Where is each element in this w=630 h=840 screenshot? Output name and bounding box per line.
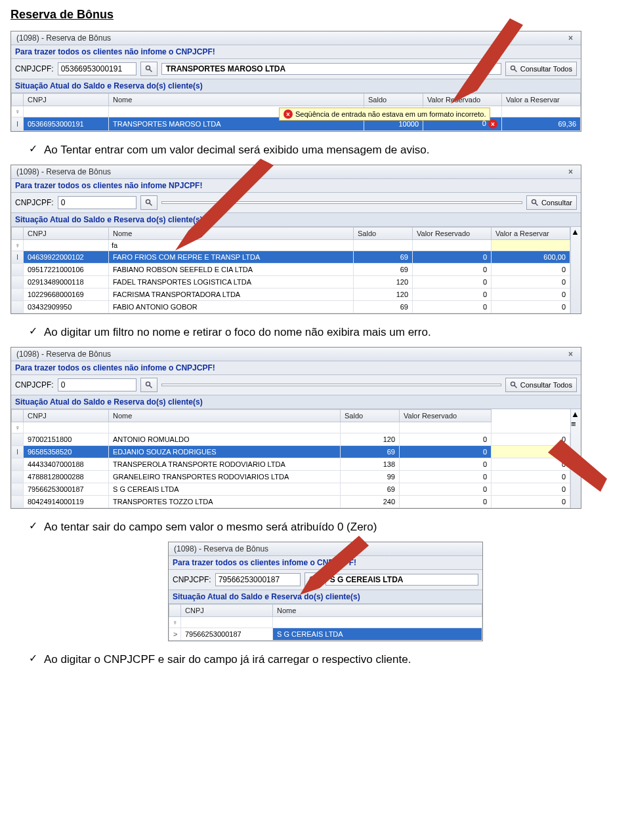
client-name-display — [161, 384, 501, 386]
col-cnpj[interactable]: CNPJ — [24, 410, 109, 422]
cell-vreservar[interactable]: 69,36 — [502, 117, 581, 131]
cell-vr[interactable] — [492, 446, 570, 458]
svg-line-11 — [149, 386, 152, 388]
filter-row[interactable]: ♀ — [169, 617, 482, 628]
table-row[interactable]: I96585358520EDJANIO SOUZA RODRIGUES690 — [12, 446, 570, 458]
cell-vr[interactable]: 0 — [492, 496, 570, 508]
col-vreservado[interactable]: Valor Reservado — [423, 94, 502, 106]
col-nome[interactable]: Nome — [109, 410, 341, 422]
bullet-1: ✓ Ao Tentar entrar com um valor decimal … — [29, 144, 606, 157]
section-header: Situação Atual do Saldo e Reserva do(s) … — [11, 213, 581, 227]
col-saldo[interactable]: Saldo — [354, 228, 413, 240]
error-icon: × — [488, 119, 497, 129]
cell-vr[interactable]: 0 — [492, 264, 570, 276]
cell-saldo: 120 — [354, 276, 413, 289]
table-row[interactable]: 09517221000106FABIANO ROBSON SEEFELD E C… — [12, 264, 570, 276]
grid: CNPJ Nome ♀ > 79566253000187 S G CEREAIS… — [169, 604, 482, 641]
col-saldo[interactable]: Saldo — [341, 410, 400, 422]
vertical-scrollbar[interactable]: ▲≡ — [570, 409, 581, 508]
filter-nome-input[interactable]: fa — [109, 240, 354, 251]
filter-row[interactable]: ♀ — [12, 422, 570, 433]
lookup-button[interactable] — [304, 572, 322, 587]
cell-vr[interactable]: 0 — [492, 433, 570, 446]
svg-point-15 — [310, 577, 314, 581]
col-cnpj[interactable]: CNPJ — [181, 605, 273, 617]
cell-cnpj: 03432909950 — [24, 301, 109, 313]
check-icon: ✓ — [29, 144, 37, 154]
col-vreservar[interactable]: Valor a Reservar — [502, 94, 581, 106]
cell-saldo: 69 — [354, 251, 413, 264]
col-cnpj[interactable]: CNPJ — [24, 228, 109, 240]
table-row[interactable]: 97002151800ANTONIO ROMUALDO12000 — [12, 433, 570, 446]
cell-vr[interactable]: 0 — [492, 471, 570, 483]
col-vreservado[interactable]: Valor Reservado — [413, 228, 492, 240]
table-row[interactable]: 44433407000188TRANSPEROLA TRANSPORTE ROD… — [12, 458, 570, 471]
table-row[interactable]: 10229668000169FACRISMA TRANSPORTADORA LT… — [12, 289, 570, 301]
cell-saldo: 69 — [341, 483, 400, 496]
consultar-todos-button[interactable]: Consultar Todos — [505, 62, 577, 76]
titlebar: (1098) - Reserva de Bônus × — [11, 348, 581, 361]
cell-vr[interactable]: 0 — [492, 301, 570, 313]
error-tooltip: × Seqüência de entrada não estava em um … — [279, 108, 490, 121]
cnpj-input[interactable] — [58, 378, 136, 391]
table-row[interactable]: I04639922000102FARO FRIOS COM REPRE E TR… — [12, 251, 570, 264]
cell-cnpj: 47888128000288 — [24, 471, 109, 483]
table-row[interactable]: 80424914000119TRANSPORTES TOZZO LTDA2400… — [12, 496, 570, 508]
cnpj-input[interactable] — [58, 62, 136, 75]
close-icon[interactable]: × — [566, 350, 576, 359]
col-nome[interactable]: Nome — [273, 605, 482, 617]
cell-vres: 0 — [400, 471, 492, 483]
consultar-button[interactable]: Consultar — [526, 195, 577, 210]
close-icon[interactable]: × — [566, 33, 576, 43]
bullet-2: ✓ Ao digitar um filtro no nome e retirar… — [29, 326, 606, 339]
col-cnpj[interactable]: CNPJ — [24, 94, 109, 106]
table-row[interactable]: 02913489000118FADEL TRANSPORTES LOGISTIC… — [12, 276, 570, 289]
consultar-todos-button[interactable]: Consultar Todos — [505, 378, 577, 392]
lookup-button[interactable] — [140, 62, 158, 76]
table-row[interactable]: 79566253000187S G CEREAIS LTDA6900 — [12, 483, 570, 496]
cell-vr[interactable]: 0 — [492, 458, 570, 471]
window-4: (1098) - Reserva de Bônus Para trazer to… — [168, 542, 483, 641]
instruction-bar: Para trazer todos os clientes não infome… — [11, 179, 581, 193]
col-nome[interactable]: Nome — [109, 228, 354, 240]
cell-nome: FARO FRIOS COM REPRE E TRANSP LTDA — [109, 251, 354, 264]
svg-point-5 — [146, 200, 150, 204]
cnpj-input[interactable] — [215, 573, 301, 586]
cnpj-input[interactable] — [58, 196, 136, 209]
search-icon — [309, 576, 317, 584]
close-icon[interactable]: × — [566, 167, 576, 176]
cell-nome: GRANELEIRO TRANSPORTES RODOVIARIOS LTDA — [109, 471, 341, 483]
cell-vr[interactable]: 0 — [492, 289, 570, 301]
cell-nome: TRANSPEROLA TRANSPORTE RODOVIARIO LTDA — [109, 458, 341, 471]
cell-cnpj: 10229668000169 — [24, 289, 109, 301]
col-saldo[interactable]: Saldo — [364, 94, 423, 106]
cell-nome: FABIANO ROBSON SEEFELD E CIA LTDA — [109, 264, 354, 276]
cell-cnpj: 05366953000191 — [24, 117, 109, 131]
table-row[interactable]: 03432909950FABIO ANTONIO GOBOR6900 — [12, 301, 570, 313]
lookup-button[interactable] — [140, 195, 158, 210]
search-icon — [145, 65, 153, 73]
col-vreservar[interactable]: Valor a Reservar — [492, 228, 570, 240]
cnpj-label: CNPJCPF: — [15, 380, 54, 390]
col-vreservado[interactable]: Valor Reservado — [400, 410, 492, 422]
cell-vr[interactable]: 0 — [492, 276, 570, 289]
search-icon — [145, 381, 153, 389]
cnpj-label: CNPJCPF: — [173, 575, 211, 584]
col-nome[interactable]: Nome — [109, 94, 364, 106]
lookup-button[interactable] — [140, 378, 158, 392]
window-2: (1098) - Reserva de Bônus × Para trazer … — [10, 165, 581, 314]
cell-vr[interactable]: 0 — [492, 483, 570, 496]
table-row[interactable]: > 79566253000187 S G CEREAIS LTDA — [169, 628, 482, 641]
svg-point-7 — [532, 200, 536, 204]
table-row[interactable]: 47888128000288GRANELEIRO TRANSPORTES ROD… — [12, 471, 570, 483]
cell-saldo: 120 — [341, 433, 400, 446]
vertical-scrollbar[interactable]: ▲ — [570, 227, 581, 313]
cell-vr[interactable]: 600,00 — [492, 251, 570, 264]
filter-row[interactable]: ♀ fa — [12, 240, 570, 251]
cell-nome: FABIO ANTONIO GOBOR — [109, 301, 354, 313]
cnpj-row: CNPJCPF: Consultar Todos — [11, 375, 581, 395]
titlebar: (1098) - Reserva de Bônus × — [11, 31, 581, 45]
window-1: (1098) - Reserva de Bônus × Para trazer … — [10, 31, 581, 132]
cell-vres: 0 — [400, 446, 492, 458]
section-header: Situação Atual do Saldo e Reserva do(s) … — [169, 590, 482, 604]
